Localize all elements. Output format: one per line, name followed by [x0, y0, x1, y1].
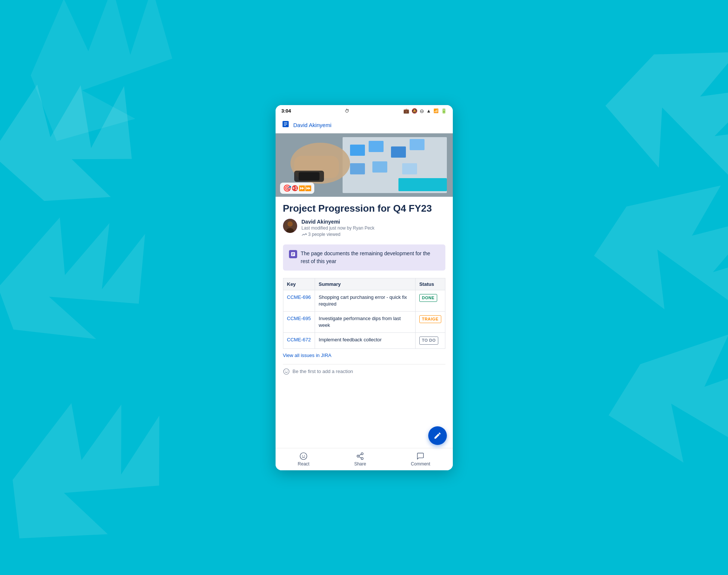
jira-summary: Implement feedback collector — [315, 333, 415, 348]
status-icon-sim: ⏱ — [345, 108, 349, 114]
svg-marker-0 — [0, 47, 169, 238]
table-row: CCME-696Shopping cart purchasing error -… — [283, 290, 445, 311]
table-row: CCME-672Implement feedback collectorTO D… — [283, 333, 445, 348]
svg-rect-18 — [372, 161, 387, 173]
briefcase-icon: 💼 — [403, 108, 409, 114]
avatar — [283, 219, 297, 233]
svg-rect-14 — [369, 141, 384, 152]
reaction-area: Be the first to add a reaction — [283, 364, 445, 379]
jira-key-link[interactable]: CCME-695 — [287, 316, 311, 321]
svg-point-34 — [287, 371, 287, 372]
svg-point-38 — [361, 452, 363, 455]
wifi-icon: ▲ — [426, 108, 431, 114]
article-title: Project Progression for Q4 FY23 — [283, 203, 445, 214]
svg-rect-16 — [410, 139, 425, 150]
status-badge: DONE — [419, 294, 437, 302]
col-status: Status — [415, 278, 445, 290]
share-button[interactable]: Share — [354, 452, 366, 467]
info-box-text: The page documents the remaining develop… — [301, 250, 439, 265]
react-button[interactable]: React — [298, 452, 309, 467]
svg-marker-1 — [0, 192, 173, 364]
svg-line-41 — [359, 456, 361, 458]
jira-key-link[interactable]: CCME-672 — [287, 337, 311, 342]
col-summary: Summary — [315, 278, 415, 290]
status-badge: TO DO — [419, 337, 438, 344]
fab-edit-button[interactable] — [428, 426, 447, 445]
author-name: David Akinyemi — [302, 219, 445, 225]
jira-summary: Shopping cart purchasing error - quick f… — [315, 290, 415, 311]
comment-icon — [416, 452, 425, 460]
article-content: Project Progression for Q4 FY23 David Ak… — [276, 197, 453, 448]
svg-marker-4 — [603, 316, 728, 480]
hero-badge: 🎯 +1 ⏩⏩ — [280, 183, 314, 194]
svg-point-33 — [285, 371, 286, 372]
svg-point-32 — [283, 369, 289, 374]
status-icons: 💼 🔕 ⊖ ▲ 📶 🔋 — [403, 108, 447, 114]
svg-rect-24 — [299, 172, 320, 180]
document-icon — [282, 120, 290, 130]
status-time: 3:04 — [282, 108, 291, 114]
views-count: 3 people viewed — [308, 232, 341, 237]
jira-summary: Investigate performance dips from last w… — [315, 312, 415, 333]
reaction-text[interactable]: Be the first to add a reaction — [293, 369, 353, 374]
status-badge: TRAIGE — [419, 315, 441, 323]
svg-rect-13 — [350, 145, 365, 156]
author-info: David Akinyemi Last modified just now by… — [302, 219, 445, 237]
svg-point-39 — [357, 455, 359, 457]
svg-rect-17 — [350, 163, 365, 174]
share-label: Share — [354, 461, 366, 467]
nav-bar: David Akinyemi — [276, 117, 453, 133]
svg-point-26 — [287, 221, 293, 227]
jira-table: Key Summary Status CCME-696Shopping cart… — [283, 278, 445, 349]
views-icon — [302, 232, 307, 237]
react-label: React — [298, 461, 309, 467]
nav-title[interactable]: David Akinyemi — [293, 122, 332, 128]
svg-point-37 — [304, 455, 305, 456]
comment-label: Comment — [411, 461, 430, 467]
emoji-icon — [283, 368, 290, 375]
author-modified: Last modified just now by Ryan Peck — [302, 225, 445, 231]
table-row: CCME-695Investigate performance dips fro… — [283, 312, 445, 333]
battery-icon: 🔋 — [441, 108, 447, 114]
svg-point-36 — [302, 455, 303, 456]
jira-key-link[interactable]: CCME-696 — [287, 294, 311, 300]
author-views: 3 people viewed — [302, 232, 445, 237]
hero-image: 🎯 +1 ⏩⏩ — [276, 133, 453, 197]
dnd-icon: ⊖ — [420, 108, 424, 114]
svg-point-40 — [361, 457, 363, 459]
status-bar: 3:04 ⏱ 💼 🔕 ⊖ ▲ 📶 🔋 — [276, 105, 453, 117]
signal-icon: 📶 — [433, 108, 439, 113]
svg-marker-3 — [585, 158, 728, 334]
svg-rect-15 — [391, 146, 406, 158]
comment-button[interactable]: Comment — [411, 452, 430, 467]
react-icon — [299, 452, 308, 460]
svg-rect-19 — [402, 163, 417, 174]
bottom-toolbar: React Share Comment — [276, 448, 453, 470]
info-box: The page documents the remaining develop… — [283, 244, 445, 271]
bell-off-icon: 🔕 — [411, 108, 417, 114]
svg-marker-6 — [0, 372, 195, 569]
info-box-icon — [289, 250, 297, 258]
author-row: David Akinyemi Last modified just now by… — [283, 219, 445, 237]
phone-frame: 3:04 ⏱ 💼 🔕 ⊖ ▲ 📶 🔋 David Akinyemi — [276, 105, 453, 470]
svg-marker-2 — [591, 11, 728, 209]
svg-marker-5 — [0, 0, 209, 167]
share-icon — [356, 452, 364, 460]
svg-line-42 — [359, 454, 361, 455]
view-all-link[interactable]: View all issues in JIRA — [283, 353, 445, 358]
svg-rect-20 — [398, 178, 447, 191]
svg-point-35 — [300, 452, 307, 459]
col-key: Key — [283, 278, 315, 290]
